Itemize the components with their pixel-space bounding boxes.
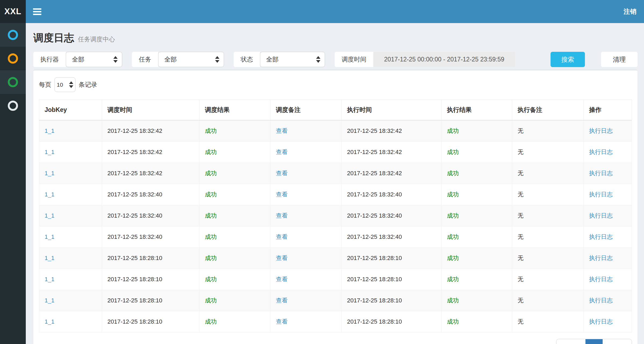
jobkey-link[interactable]: 1_1 — [39, 290, 102, 311]
dispatch-result-cell: 成功 — [199, 248, 270, 269]
status-filter-label: 状态 — [234, 52, 260, 67]
table-row: 1_12017-12-25 18:28:10成功查看2017-12-25 18:… — [39, 269, 632, 290]
jobkey-link[interactable]: 1_1 — [39, 163, 102, 184]
search-button[interactable]: 搜索 — [551, 52, 585, 67]
page-size-select[interactable]: 10 — [55, 77, 75, 92]
dispatch-time-cell: 2017-12-25 18:32:42 — [102, 163, 199, 184]
exec-log-link[interactable]: 执行日志 — [584, 184, 632, 205]
table-header-row: JobKey调度时间调度结果调度备注执行时间执行结果执行备注操作 — [39, 100, 632, 120]
dispatch-time-cell: 2017-12-25 18:32:40 — [102, 205, 199, 226]
table-row: 1_12017-12-25 18:32:42成功查看2017-12-25 18:… — [39, 142, 632, 163]
dispatch-remark-link[interactable]: 查看 — [270, 184, 342, 205]
sidebar-item-3[interactable] — [0, 70, 26, 94]
table-row: 1_12017-12-25 18:32:42成功查看2017-12-25 18:… — [39, 163, 632, 184]
dispatch-remark-link[interactable]: 查看 — [270, 248, 342, 269]
job-filter-label: 任务 — [132, 52, 158, 67]
table-row: 1_12017-12-25 18:32:40成功查看2017-12-25 18:… — [39, 205, 632, 226]
jobkey-link[interactable]: 1_1 — [39, 120, 102, 142]
dispatch-result-cell: 成功 — [199, 226, 270, 248]
hamburger-menu-icon[interactable] — [33, 8, 41, 15]
table-footer: 第 1 页 ( 总共 1 页， 10 条记录 ) 上页 1 下页 — [39, 339, 632, 344]
exec-time-cell: 2017-12-25 18:32:42 — [342, 120, 442, 142]
exec-result-cell: 成功 — [442, 290, 512, 311]
sidebar-item-4[interactable] — [0, 94, 26, 118]
logout-link[interactable]: 注销 — [624, 7, 636, 16]
dispatch-remark-link[interactable]: 查看 — [270, 163, 342, 184]
exec-time-cell: 2017-12-25 18:32:42 — [342, 142, 442, 163]
exec-remark-cell: 无 — [512, 290, 584, 311]
select-arrows-icon — [316, 56, 320, 63]
jobkey-link[interactable]: 1_1 — [39, 269, 102, 290]
exec-remark-cell: 无 — [512, 163, 584, 184]
exec-remark-cell: 无 — [512, 205, 584, 226]
page-title: 调度日志 — [33, 31, 74, 45]
column-header: 调度备注 — [270, 100, 342, 120]
exec-time-cell: 2017-12-25 18:28:10 — [342, 290, 442, 311]
exec-log-link[interactable]: 执行日志 — [584, 163, 632, 184]
clean-button[interactable]: 清理 — [601, 52, 638, 67]
dispatch-remark-link[interactable]: 查看 — [270, 311, 342, 332]
dispatch-remark-link[interactable]: 查看 — [270, 269, 342, 290]
dispatch-result-cell: 成功 — [199, 290, 270, 311]
exec-log-link[interactable]: 执行日志 — [584, 290, 632, 311]
sidebar-item-1[interactable] — [0, 23, 26, 47]
exec-log-link[interactable]: 执行日志 — [584, 205, 632, 226]
sidebar — [0, 23, 26, 344]
dispatch-time-cell: 2017-12-25 18:28:10 — [102, 290, 199, 311]
column-header: 执行时间 — [342, 100, 442, 120]
page-size-row: 每页 10 条记录 — [39, 77, 632, 92]
column-header: 调度时间 — [102, 100, 199, 120]
dispatch-remark-link[interactable]: 查看 — [270, 226, 342, 248]
exec-result-cell: 成功 — [442, 142, 512, 163]
current-page-button[interactable]: 1 — [585, 339, 603, 344]
exec-log-link[interactable]: 执行日志 — [584, 142, 632, 163]
page-subtitle: 任务调度中心 — [78, 35, 115, 43]
status-select[interactable]: 全部 — [260, 52, 325, 67]
exec-time-cell: 2017-12-25 18:32:42 — [342, 163, 442, 184]
circle-icon — [8, 77, 18, 87]
job-select[interactable]: 全部 — [158, 52, 224, 67]
jobkey-link[interactable]: 1_1 — [39, 248, 102, 269]
dispatch-remark-link[interactable]: 查看 — [270, 290, 342, 311]
jobkey-link[interactable]: 1_1 — [39, 205, 102, 226]
exec-remark-cell: 无 — [512, 226, 584, 248]
jobkey-link[interactable]: 1_1 — [39, 142, 102, 163]
executor-filter-group: 执行器 全部 — [33, 52, 122, 67]
exec-log-link[interactable]: 执行日志 — [584, 226, 632, 248]
exec-result-cell: 成功 — [442, 311, 512, 332]
exec-result-cell: 成功 — [442, 163, 512, 184]
exec-log-link[interactable]: 执行日志 — [584, 269, 632, 290]
dispatch-result-cell: 成功 — [199, 184, 270, 205]
exec-log-link[interactable]: 执行日志 — [584, 311, 632, 332]
time-range-input[interactable] — [373, 52, 515, 67]
exec-log-link[interactable]: 执行日志 — [584, 248, 632, 269]
dispatch-result-cell: 成功 — [199, 120, 270, 142]
log-table-box: 每页 10 条记录 JobKey调度时间调度结果调度备注执行时间执行结果执行备注… — [33, 70, 638, 344]
column-header: JobKey — [39, 100, 102, 120]
dispatch-remark-link[interactable]: 查看 — [270, 205, 342, 226]
exec-log-link[interactable]: 执行日志 — [584, 120, 632, 142]
table-row: 1_12017-12-25 18:32:40成功查看2017-12-25 18:… — [39, 226, 632, 248]
jobkey-link[interactable]: 1_1 — [39, 311, 102, 332]
content-header: 调度日志 任务调度中心 — [26, 23, 644, 50]
circle-icon — [8, 101, 18, 111]
exec-result-cell: 成功 — [442, 269, 512, 290]
jobkey-link[interactable]: 1_1 — [39, 184, 102, 205]
exec-remark-cell: 无 — [512, 269, 584, 290]
executor-select[interactable]: 全部 — [66, 52, 122, 67]
circle-icon — [8, 30, 18, 40]
exec-remark-cell: 无 — [512, 142, 584, 163]
next-page-button[interactable]: 下页 — [603, 339, 632, 344]
dispatch-remark-link[interactable]: 查看 — [270, 120, 342, 142]
column-header: 执行备注 — [512, 100, 584, 120]
table-row: 1_12017-12-25 18:32:42成功查看2017-12-25 18:… — [39, 120, 632, 142]
dispatch-remark-link[interactable]: 查看 — [270, 142, 342, 163]
dispatch-result-cell: 成功 — [199, 205, 270, 226]
prev-page-button[interactable]: 上页 — [556, 339, 585, 344]
pagination: 上页 1 下页 — [556, 339, 632, 344]
jobkey-link[interactable]: 1_1 — [39, 226, 102, 248]
time-filter-group: 调度时间 — [335, 52, 515, 67]
dispatch-result-cell: 成功 — [199, 163, 270, 184]
sidebar-item-2[interactable] — [0, 47, 26, 70]
dispatch-time-cell: 2017-12-25 18:32:40 — [102, 184, 199, 205]
